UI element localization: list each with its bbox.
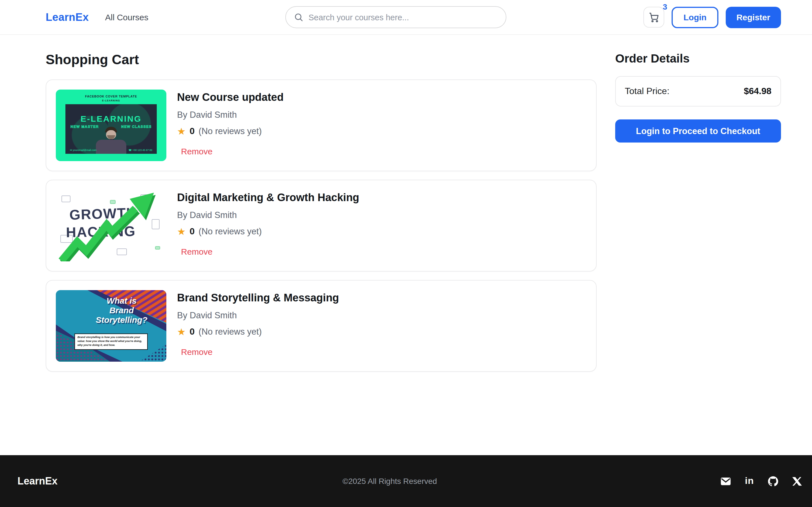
rating-row: ★ 0 (No reviews yet)	[177, 126, 284, 136]
thumb-kicker: FACEBOOK COVER TEMPLATE	[56, 95, 166, 98]
page: LearnEx All Courses 3 Login Register Sho…	[0, 0, 812, 507]
mail-icon[interactable]	[721, 476, 731, 486]
mail-icon: ✉	[70, 149, 72, 152]
footer-copyright: ©2025 All Rights Reserved	[343, 476, 437, 486]
course-title[interactable]: New Course updated	[177, 91, 284, 104]
course-author: By David Smith	[177, 110, 284, 120]
rating-value: 0	[190, 226, 195, 237]
course-title[interactable]: Digital Marketing & Growth Hacking	[177, 191, 359, 204]
course-thumbnail-brand-storytelling[interactable]: What is Brand Storytelling? Brand storyt…	[56, 290, 166, 362]
x-twitter-icon[interactable]	[792, 476, 802, 486]
thumb-caption: Brand storytelling is how you communicat…	[75, 334, 148, 350]
checkout-button[interactable]: Login to Proceed to Checkout	[615, 119, 781, 143]
rating-value: 0	[190, 126, 195, 136]
star-icon: ★	[177, 327, 186, 337]
github-icon[interactable]	[768, 476, 778, 486]
rating-row: ★ 0 (No reviews yet)	[177, 226, 359, 237]
thumb-email: youremail@mail.com	[73, 149, 96, 152]
thumb-contact-row: ✉ youremail@mail.com ☎ +00 123 45 67 89	[70, 149, 152, 152]
remove-button[interactable]: Remove	[181, 347, 213, 356]
rating-row: ★ 0 (No reviews yet)	[177, 327, 339, 337]
cart-section: Shopping Cart FACEBOOK COVER TEMPLATE E-…	[46, 35, 597, 455]
thumb-kicker2: E-LEARNING	[56, 99, 166, 102]
cart-item-card: FACEBOOK COVER TEMPLATE E-LEARNING E-LEA…	[46, 79, 597, 171]
course-author: By David Smith	[177, 311, 339, 321]
course-thumbnail-growth-hacking[interactable]: GROWTH HACKING	[56, 190, 166, 262]
cart-item-info: New Course updated By David Smith ★ 0 (N…	[177, 90, 284, 161]
footer: LearnEx ©2025 All Rights Reserved in	[0, 455, 812, 507]
cart-item-info: Digital Marketing & Growth Hacking By Da…	[177, 190, 359, 262]
thumb-banner: E-LEARNING NEW MASTER NEW CLASSES ✉ your…	[65, 104, 157, 154]
linkedin-icon[interactable]: in	[744, 476, 755, 486]
cart-item-info: Brand Storytelling & Messaging By David …	[177, 290, 339, 362]
top-navbar: LearnEx All Courses 3 Login Register	[0, 0, 812, 35]
search-icon	[294, 12, 303, 22]
course-thumbnail-elearning[interactable]: FACEBOOK COVER TEMPLATE E-LEARNING E-LEA…	[56, 90, 166, 161]
search-bar[interactable]	[285, 6, 506, 28]
rating-value: 0	[190, 327, 195, 337]
remove-button[interactable]: Remove	[181, 147, 213, 156]
order-details-section: Order Details Total Price: $64.98 Login …	[615, 35, 781, 455]
register-button[interactable]: Register	[726, 6, 781, 28]
course-title[interactable]: Brand Storytelling & Messaging	[177, 292, 339, 304]
thumb-heading: What is Brand Storytelling?	[82, 296, 161, 325]
logo[interactable]: LearnEx	[46, 11, 89, 23]
nav-all-courses[interactable]: All Courses	[105, 12, 148, 22]
phone-icon: ☎	[129, 149, 132, 152]
search-input[interactable]	[308, 13, 498, 22]
remove-button[interactable]: Remove	[181, 247, 213, 256]
footer-logo: LearnEx	[17, 475, 57, 487]
star-icon: ★	[177, 126, 186, 136]
header-actions: 3 Login Register	[644, 6, 781, 28]
social-links: in	[721, 476, 802, 486]
cart-item-list: FACEBOOK COVER TEMPLATE E-LEARNING E-LEA…	[46, 79, 597, 372]
star-icon: ★	[177, 227, 186, 236]
login-button[interactable]: Login	[672, 6, 718, 28]
rating-note: (No reviews yet)	[199, 126, 262, 136]
cart-button[interactable]: 3	[644, 7, 664, 27]
rating-note: (No reviews yet)	[199, 327, 262, 337]
cart-item-card: GROWTH HACKING Digital Marketing & Growt…	[46, 180, 597, 272]
shopping-cart-icon	[649, 12, 659, 22]
thumb-phone: +00 123 45 67 89	[133, 149, 152, 152]
total-price-value: $64.98	[744, 86, 771, 96]
order-summary-card: Total Price: $64.98	[615, 76, 781, 107]
order-details-title: Order Details	[615, 52, 781, 65]
page-title: Shopping Cart	[46, 52, 597, 68]
cart-item-card: What is Brand Storytelling? Brand storyt…	[46, 280, 597, 372]
cart-badge: 3	[663, 2, 667, 11]
thumb-banner-title: E-LEARNING	[65, 114, 157, 123]
main-content: Shopping Cart FACEBOOK COVER TEMPLATE E-…	[0, 35, 812, 455]
growth-arrow-graphic	[56, 190, 166, 262]
course-author: By David Smith	[177, 210, 359, 220]
total-price-label: Total Price:	[625, 86, 669, 96]
rating-note: (No reviews yet)	[199, 226, 262, 237]
